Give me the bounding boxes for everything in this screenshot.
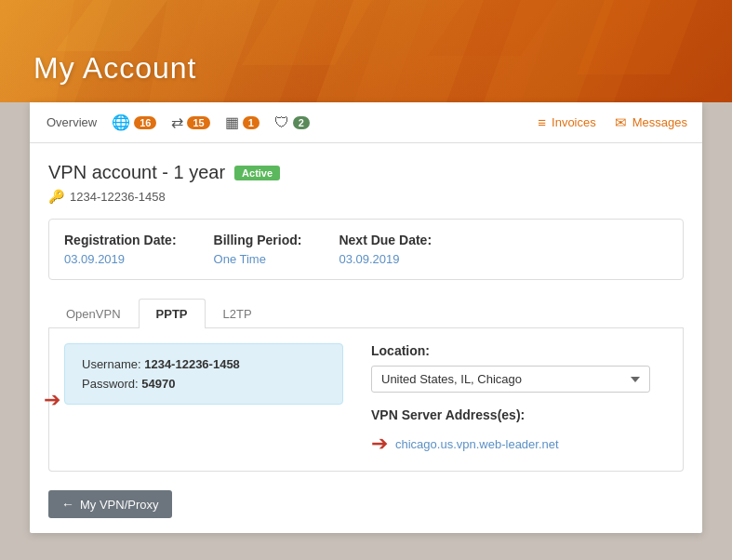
info-box: Registration Date: 03.09.2019 Billing Pe… (48, 219, 684, 280)
cred-arrow-icon: ➔ (44, 388, 60, 412)
credentials-section: ➔ Username: 1234-12236-1458 Password: 54… (64, 343, 343, 456)
overview-label: Overview (47, 115, 97, 129)
account-id-row: 🔑 1234-12236-1458 (48, 189, 684, 204)
location-label: Location: (371, 343, 668, 358)
account-id-value: 1234-12236-1458 (70, 190, 166, 204)
top-nav: Overview 🌐 16 ⇄ 15 ▦ 1 🛡 2 ≡ Invo (30, 102, 702, 143)
main-card: Overview 🌐 16 ⇄ 15 ▦ 1 🛡 2 ≡ Invo (30, 102, 702, 533)
tab-pptp[interactable]: PPTP (139, 299, 206, 328)
billing-label: Billing Period: (214, 233, 302, 247)
server-badge: 1 (243, 116, 260, 129)
vpn-panel: ➔ Username: 1234-12236-1458 Password: 54… (48, 328, 684, 472)
shield-icon: 🛡 (274, 114, 289, 131)
hero-header: My Account (0, 0, 732, 102)
messages-label: Messages (632, 115, 687, 129)
nav-messages[interactable]: ✉ Messages (615, 114, 687, 131)
account-title-row: VPN account - 1 year Active (48, 162, 684, 183)
server-address-value: chicago.us.vpn.web-leader.net (395, 437, 559, 451)
nav-servers[interactable]: ▦ 1 (223, 110, 261, 135)
back-label: My VPN/Proxy (80, 498, 159, 512)
username-value: 1234-12236-1458 (144, 357, 240, 371)
next-due-value: 03.09.2019 (339, 252, 399, 266)
invoices-label: Invoices (552, 115, 596, 129)
username-label: Username: (82, 357, 141, 371)
registration-col: Registration Date: 03.09.2019 (64, 233, 177, 266)
arrow-left-icon: ← (61, 497, 74, 512)
key-icon: 🔑 (48, 189, 64, 204)
billing-col: Billing Period: One Time (214, 233, 302, 266)
nav-invoices[interactable]: ≡ Invoices (538, 114, 595, 130)
status-badge: Active (234, 166, 280, 180)
password-row: Password: 54970 (82, 377, 326, 391)
nav-shield[interactable]: 🛡 2 (273, 111, 312, 135)
password-value: 54970 (141, 377, 175, 391)
conn-badge: 15 (187, 116, 209, 129)
top-nav-left: Overview 🌐 16 ⇄ 15 ▦ 1 🛡 2 (45, 110, 538, 135)
tab-openvpn[interactable]: OpenVPN (48, 299, 139, 328)
nav-connections[interactable]: ⇄ 15 (169, 110, 211, 135)
username-row: Username: 1234-12236-1458 (82, 357, 326, 371)
server-arrow-icon: ➔ (371, 432, 388, 456)
nav-overview[interactable]: Overview (45, 112, 99, 133)
shield-badge: 2 (293, 116, 310, 129)
globe-badge: 16 (134, 116, 156, 129)
content-area: VPN account - 1 year Active 🔑 1234-12236… (30, 143, 702, 533)
account-title-text: VPN account - 1 year (48, 162, 225, 183)
server-label: VPN Server Address(es): (371, 407, 668, 422)
location-section: Location: United States, IL, Chicago Uni… (371, 343, 668, 456)
invoice-icon: ≡ (538, 114, 546, 130)
password-label: Password: (82, 377, 139, 391)
registration-label: Registration Date: (64, 233, 177, 247)
top-nav-right: ≡ Invoices ✉ Messages (538, 114, 687, 131)
message-icon: ✉ (615, 114, 627, 131)
registration-value: 03.09.2019 (64, 252, 125, 266)
server-address-row: ➔ chicago.us.vpn.web-leader.net (371, 432, 668, 456)
tab-l2tp[interactable]: L2TP (206, 299, 270, 328)
page-title: My Account (33, 51, 196, 86)
server-icon: ▦ (225, 113, 239, 131)
nav-globe[interactable]: 🌐 16 (110, 110, 158, 135)
next-due-label: Next Due Date: (339, 233, 432, 247)
billing-value: One Time (214, 252, 266, 266)
back-button[interactable]: ← My VPN/Proxy (48, 490, 172, 518)
credentials-box: Username: 1234-12236-1458 Password: 5497… (64, 343, 343, 405)
connection-icon: ⇄ (171, 113, 183, 131)
location-select[interactable]: United States, IL, Chicago United States… (371, 366, 650, 393)
globe-icon: 🌐 (112, 113, 130, 131)
next-due-col: Next Due Date: 03.09.2019 (339, 233, 432, 266)
protocol-tabs: OpenVPN PPTP L2TP (48, 299, 684, 328)
